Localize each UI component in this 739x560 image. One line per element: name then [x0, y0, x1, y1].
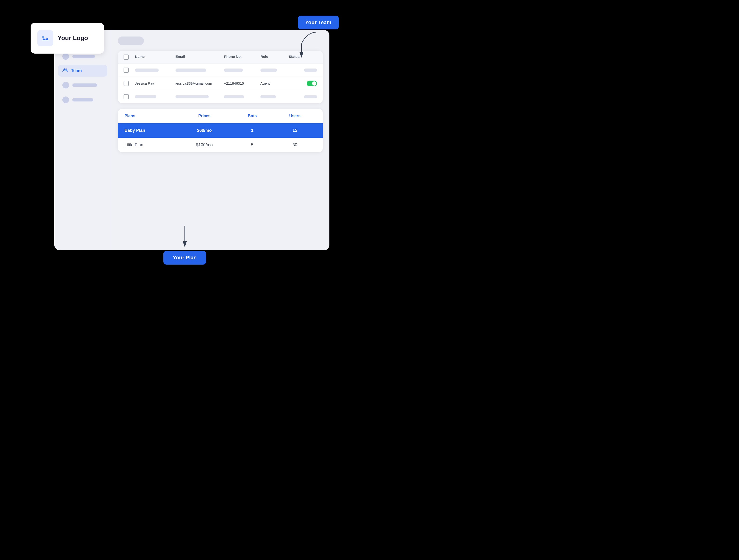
select-all-checkbox[interactable] [124, 54, 129, 60]
sidebar-item-team[interactable]: Team [58, 65, 107, 76]
main-content: Name Email Phone No. Role Status [111, 30, 329, 250]
baby-plan-name: Baby Plan [125, 128, 178, 133]
svg-point-1 [42, 36, 44, 38]
plans-row-little[interactable]: Little Plan $100/mo 5 30 [118, 138, 323, 152]
row1-name-cell [135, 68, 175, 72]
logo-card: Your Logo [31, 23, 104, 53]
sidebar-line-2 [72, 55, 95, 58]
row1-email-cell [175, 68, 224, 72]
team-table-header: Name Email Phone No. Role Status [118, 51, 323, 64]
table-row[interactable] [118, 64, 323, 77]
sidebar-line-4 [72, 83, 97, 87]
sidebar-team-label: Team [71, 68, 82, 73]
app-window: Team Name [54, 30, 329, 250]
plans-col-users: Users [273, 114, 316, 118]
sidebar-dot-2 [62, 53, 69, 60]
sidebar-item-4[interactable] [58, 79, 107, 91]
top-bar [118, 36, 323, 45]
plans-col-bots: Bots [231, 114, 274, 118]
plans-col-plan: Plans [125, 114, 178, 118]
plans-row-wrapper-little: Little Plan $100/mo 5 30 [118, 138, 323, 152]
row2-status-cell[interactable] [289, 80, 317, 86]
svg-point-4 [65, 68, 67, 70]
col-checkbox-header[interactable] [124, 54, 135, 60]
col-phone-header: Phone No. [224, 54, 260, 60]
row3-checkbox[interactable] [124, 94, 129, 99]
row3-name-cell [135, 95, 175, 99]
row2-checkbox[interactable] [124, 81, 129, 86]
svg-rect-0 [41, 34, 50, 43]
little-plan-users: 30 [273, 143, 316, 148]
row2-checkbox-cell[interactable] [124, 81, 135, 86]
row3-phone-cell [224, 95, 260, 99]
your-plan-badge: Your Plan [163, 251, 206, 264]
logo-icon [37, 30, 53, 46]
row3-role-cell [260, 95, 289, 99]
row1-checkbox-cell[interactable] [124, 67, 135, 73]
sidebar-item-5[interactable] [58, 94, 107, 106]
col-email-header: Email [175, 54, 224, 60]
sidebar-dot-5 [62, 97, 69, 103]
row3-status-cell [289, 95, 317, 99]
sidebar-dot-4 [62, 82, 69, 88]
col-status-header: Status [289, 54, 317, 60]
row1-role-cell [260, 68, 289, 72]
team-icon [62, 68, 68, 74]
team-table-card: Name Email Phone No. Role Status [118, 51, 323, 103]
row1-status-cell [289, 68, 317, 72]
plans-row-baby[interactable]: Baby Plan $60/mo 1 15 [118, 123, 323, 138]
row2-name-cell: Jessica Ray [135, 81, 175, 85]
row3-checkbox-cell[interactable] [124, 94, 135, 99]
little-plan-price: $100/mo [178, 143, 231, 148]
baby-plan-users: 15 [273, 128, 316, 133]
top-bar-pill [118, 36, 144, 45]
row3-email-cell [175, 95, 224, 99]
status-toggle-on[interactable] [307, 80, 317, 86]
row2-email-cell: jessica158@gmail.com [175, 81, 224, 85]
col-name-header: Name [135, 54, 175, 60]
little-plan-name: Little Plan [125, 143, 178, 148]
sidebar: Team [54, 30, 111, 250]
baby-plan-price: $60/mo [178, 128, 231, 133]
col-role-header: Role [260, 54, 289, 60]
row2-phone-cell: +211846315 [224, 81, 260, 85]
row1-checkbox[interactable] [124, 67, 129, 73]
plans-row-wrapper-baby: Baby Plan $60/mo 1 15 [118, 123, 323, 138]
your-team-badge: Your Team [298, 16, 339, 29]
logo-text: Your Logo [58, 34, 88, 42]
baby-plan-bots: 1 [231, 128, 274, 133]
sidebar-line-5 [72, 98, 93, 102]
little-plan-bots: 5 [231, 143, 274, 148]
plans-table-card: Plans Prices Bots Users Baby Plan $60/mo… [118, 109, 323, 152]
row2-role-cell: Agent [260, 81, 289, 85]
table-row[interactable]: Jessica Ray jessica158@gmail.com +211846… [118, 77, 323, 90]
plans-table-header: Plans Prices Bots Users [118, 109, 323, 123]
row1-phone-cell [224, 68, 260, 72]
plans-col-price: Prices [178, 114, 231, 118]
svg-point-3 [63, 68, 65, 70]
toggle-knob [312, 81, 316, 85]
table-row[interactable] [118, 90, 323, 103]
